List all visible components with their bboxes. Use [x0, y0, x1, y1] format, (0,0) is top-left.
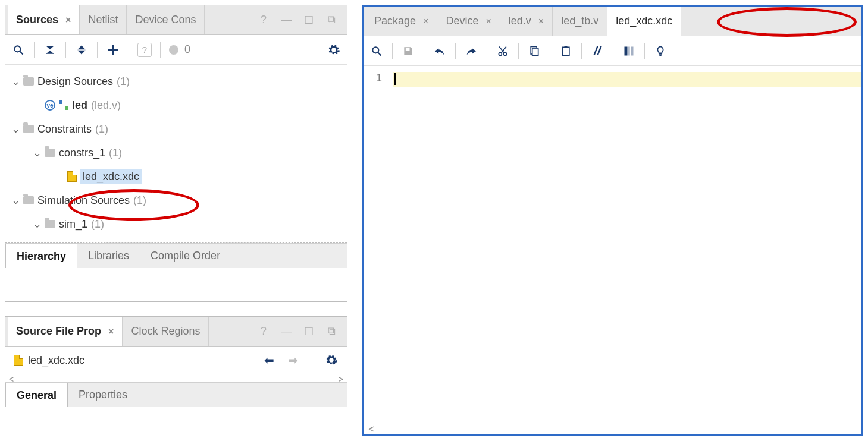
settings-icon[interactable] — [327, 43, 341, 57]
close-icon[interactable]: × — [538, 16, 544, 27]
source-file-properties-panel: Source File Prop × Clock Regions ? — ☐ ⧉… — [5, 316, 347, 437]
minimize-icon[interactable]: — — [279, 13, 293, 27]
toggle-comment-icon[interactable]: // — [590, 44, 604, 58]
maximize-icon[interactable]: ☐ — [302, 325, 316, 339]
constraints-count: (1) — [95, 123, 108, 136]
maximize-icon[interactable]: ☐ — [302, 13, 316, 27]
editor-area: 1 — [364, 66, 861, 423]
tab-ledtb-label: led_tb.v — [561, 15, 598, 27]
help-icon[interactable]: ? — [256, 13, 271, 27]
expand-all-icon[interactable] — [74, 43, 89, 57]
copy-icon[interactable] — [527, 44, 541, 58]
folder-icon — [23, 77, 34, 86]
sources-tabbar: Sources × Netlist Device Cons ? — ☐ ⧉ — [5, 5, 347, 35]
tab-led-xdc[interactable]: led_xdc.xdc — [607, 7, 681, 36]
design-sources-count: (1) — [117, 75, 130, 88]
redo-icon[interactable] — [464, 44, 478, 58]
props-hscroll[interactable]: <> — [5, 374, 347, 382]
editor-hscroll[interactable]: < — [364, 423, 861, 433]
tab-sfp-label: Source File Prop — [16, 325, 101, 338]
verilog-module-icon: ve — [45, 100, 55, 111]
line-number-1: 1 — [364, 72, 382, 84]
nav-forward-icon[interactable]: ➡ — [286, 353, 300, 367]
close-icon[interactable]: × — [108, 326, 114, 337]
svg-point-0 — [14, 46, 20, 52]
props-body: led_xdc.xdc ⬅ ➡ — [5, 346, 347, 374]
tab-device[interactable]: Device × — [437, 7, 500, 36]
help-icon[interactable]: ? — [256, 325, 271, 339]
chevron-down-icon[interactable]: ⌄ — [11, 122, 20, 136]
close-icon[interactable]: × — [485, 16, 491, 27]
tree-constraints[interactable]: ⌄ Constraints (1) — [5, 117, 347, 141]
editor-code[interactable] — [387, 66, 861, 423]
btab-general[interactable]: General — [5, 383, 68, 407]
lightbulb-icon[interactable] — [653, 44, 668, 58]
tab-clock-label: Clock Regions — [131, 325, 200, 338]
editor-line-1[interactable] — [393, 72, 861, 87]
led-name: led — [72, 99, 87, 112]
btab-compile-order[interactable]: Compile Order — [140, 244, 231, 268]
close-icon[interactable]: × — [423, 16, 428, 27]
nav-back-icon[interactable]: ⬅ — [262, 353, 276, 367]
sources-tree[interactable]: ⌄ Design Sources (1) ve led (led.v) ⌄ Co… — [5, 65, 347, 243]
tab-ledv[interactable]: led.v × — [500, 7, 553, 36]
tab-sources[interactable]: Sources × — [8, 5, 80, 34]
tab-package-label: Package — [374, 15, 416, 27]
text-cursor — [394, 73, 396, 85]
svg-marker-2 — [46, 46, 54, 49]
editor-gutter: 1 — [364, 66, 387, 423]
tree-design-sources[interactable]: ⌄ Design Sources (1) — [5, 70, 347, 93]
btab-hierarchy[interactable]: Hierarchy — [5, 244, 77, 268]
collapse-all-icon[interactable] — [43, 43, 57, 57]
xdc-label: led_xdc.xdc — [80, 169, 142, 184]
undo-icon[interactable] — [433, 44, 447, 58]
tab-netlist[interactable]: Netlist — [80, 5, 127, 34]
editor-panel: Package × Device × led.v × led_tb.v led_… — [362, 5, 863, 436]
float-icon[interactable]: ⧉ — [324, 325, 339, 339]
panel-window-actions: ? — ☐ ⧉ — [256, 325, 344, 339]
svg-marker-5 — [77, 50, 85, 54]
tree-sim1[interactable]: ⌄ sim_1 (1) — [5, 212, 347, 236]
tab-netlist-label: Netlist — [88, 14, 118, 26]
tree-simulation-sources[interactable]: ⌄ Simulation Sources (1) — [5, 188, 347, 212]
svg-rect-18 — [631, 46, 633, 55]
tree-constrs1[interactable]: ⌄ constrs_1 (1) — [5, 141, 347, 165]
tab-ledtb[interactable]: led_tb.v — [553, 7, 607, 36]
column-select-icon[interactable] — [622, 44, 636, 58]
save-icon[interactable] — [401, 44, 415, 58]
svg-rect-17 — [628, 46, 630, 55]
btab-properties[interactable]: Properties — [68, 383, 138, 407]
btab-properties-label: Properties — [79, 389, 127, 401]
svg-rect-15 — [565, 46, 568, 48]
search-icon[interactable] — [11, 43, 26, 57]
sim-sources-count: (1) — [133, 194, 146, 207]
tab-source-file-prop[interactable]: Source File Prop × — [8, 317, 123, 346]
sim1-count: (1) — [91, 218, 104, 231]
chevron-down-icon[interactable]: ⌄ — [11, 194, 20, 207]
search-icon[interactable] — [369, 44, 384, 58]
btab-libraries[interactable]: Libraries — [77, 244, 140, 268]
help-box-icon[interactable]: ? — [137, 43, 152, 57]
tab-clock-regions[interactable]: Clock Regions — [123, 317, 209, 346]
chevron-down-icon[interactable]: ⌄ — [11, 75, 20, 88]
svg-marker-4 — [77, 45, 85, 49]
btab-general-label: General — [17, 389, 57, 402]
tab-device-constraints[interactable]: Device Cons — [127, 5, 205, 34]
cut-icon[interactable] — [496, 44, 510, 58]
chevron-down-icon[interactable]: ⌄ — [33, 218, 41, 231]
chevron-down-icon[interactable]: ⌄ — [33, 146, 41, 159]
minimize-icon[interactable]: — — [279, 325, 293, 339]
tab-package[interactable]: Package × — [366, 7, 437, 36]
settings-icon[interactable] — [324, 353, 339, 367]
close-icon[interactable]: × — [65, 15, 71, 26]
tree-item-xdc[interactable]: led_xdc.xdc — [5, 165, 347, 188]
sim1-label: sim_1 — [59, 218, 87, 231]
float-icon[interactable]: ⧉ — [324, 13, 339, 27]
paste-icon[interactable] — [559, 44, 573, 58]
add-sources-icon[interactable] — [106, 43, 120, 57]
led-file: (led.v) — [91, 99, 121, 112]
xdc-file-icon — [67, 171, 77, 182]
messages-dot-icon[interactable] — [169, 45, 178, 55]
folder-icon — [45, 220, 55, 228]
tree-item-led[interactable]: ve led (led.v) — [5, 93, 347, 117]
